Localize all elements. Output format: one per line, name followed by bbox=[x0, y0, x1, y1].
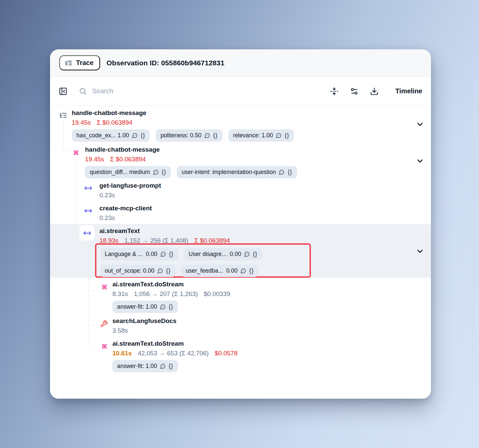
selected-icon-plate bbox=[79, 225, 95, 241]
observation-tree: handle-chatbot-message 19.45s Σ $0.06389… bbox=[50, 106, 431, 399]
span-title[interactable]: ai.streamText.doStream bbox=[112, 339, 237, 348]
span-arrows-icon bbox=[83, 229, 91, 237]
fold-vertical-icon bbox=[330, 87, 339, 96]
collapse-row-button[interactable] bbox=[416, 120, 424, 129]
chevron-down-icon bbox=[416, 247, 424, 256]
score-badge[interactable]: politeness: 0.50 {} bbox=[156, 129, 222, 142]
span-duration: 10.61s bbox=[112, 349, 132, 358]
trace-card: Trace Observation ID: 055860b946712831 T… bbox=[50, 49, 431, 399]
score-badge[interactable]: has_code_ex... 1.00 {} bbox=[72, 129, 150, 142]
tree-row-handle-chatbot-message[interactable]: handle-chatbot-message 19.45s Σ $0.06389… bbox=[59, 109, 294, 142]
score-badge-label: question_diff... medium bbox=[90, 169, 150, 176]
search-box bbox=[79, 87, 330, 95]
span-cost: $0.0578 bbox=[215, 349, 238, 358]
span-arrows-icon bbox=[84, 184, 92, 192]
collapse-panel-button[interactable] bbox=[59, 87, 67, 96]
metadata-braces: {} bbox=[253, 251, 258, 258]
span-metrics: 19.45s Σ $0.063894 bbox=[85, 155, 297, 164]
score-badge[interactable]: answer-fit: 1.00 {} bbox=[112, 301, 178, 313]
sliders-icon bbox=[350, 87, 359, 96]
card-header: Trace Observation ID: 055860b946712831 bbox=[50, 49, 431, 77]
download-button[interactable] bbox=[370, 87, 379, 96]
view-settings-button[interactable] bbox=[350, 87, 359, 96]
span-metrics: 10.61s 42,053 → 653 (Σ 42,706) $0.0578 bbox=[112, 349, 237, 358]
span-cost: Σ $0.063894 bbox=[97, 118, 132, 127]
trace-type-button[interactable]: Trace bbox=[59, 55, 100, 70]
span-duration: 19.45s bbox=[85, 155, 104, 164]
search-icon bbox=[79, 87, 87, 95]
timeline-toggle[interactable]: Timeline bbox=[395, 87, 422, 95]
tree-row-ai-streamtext-dostream-1[interactable]: ai.streamText.doStream 8.31s 1,056 → 207… bbox=[100, 280, 230, 313]
comment-bubble-icon bbox=[160, 304, 166, 310]
span-title[interactable]: get-langfuse-prompt bbox=[99, 181, 161, 190]
span-title[interactable]: handle-chatbot-message bbox=[85, 145, 297, 154]
collapse-all-button[interactable] bbox=[330, 87, 339, 96]
span-duration: 8.31s bbox=[112, 289, 128, 299]
span-title[interactable]: ai.streamText.doStream bbox=[112, 280, 230, 289]
trace-type-label: Trace bbox=[76, 59, 93, 67]
comment-bubble-icon bbox=[160, 251, 166, 257]
span-tokens: 1,056 → 207 (Σ 1,263) bbox=[134, 289, 197, 299]
span-duration: 19.45s bbox=[72, 118, 91, 127]
score-badge-label: user_feedba... 0.00 bbox=[186, 267, 238, 274]
metadata-braces: {} bbox=[169, 363, 173, 370]
observation-id-title: Observation ID: 055860b946712831 bbox=[106, 59, 224, 67]
score-badge[interactable]: User disagre... 0.00 {} bbox=[184, 248, 262, 260]
span-title[interactable]: searchLangfuseDocs bbox=[112, 317, 176, 325]
search-input[interactable] bbox=[92, 87, 266, 95]
toolbar-right: Timeline bbox=[330, 87, 422, 96]
span-arrows-icon bbox=[84, 207, 92, 215]
span-metrics: 0.23s bbox=[99, 213, 152, 223]
comment-bubble-icon bbox=[279, 169, 285, 175]
score-badge-label: Language & ... 0.00 bbox=[105, 251, 157, 258]
tree-toolbar: Timeline bbox=[50, 77, 431, 106]
metadata-braces: {} bbox=[249, 267, 254, 274]
metadata-braces: {} bbox=[288, 169, 292, 176]
score-badge[interactable]: user_feedba... 0.00 {} bbox=[181, 265, 259, 277]
chevron-down-icon bbox=[416, 120, 424, 129]
generation-clover-icon bbox=[100, 283, 109, 291]
score-badge[interactable]: out_of_scope: 0.00 {} bbox=[100, 265, 175, 277]
generation-clover-icon bbox=[100, 342, 109, 351]
score-badges: Language & ... 0.00 {} User disagre... 0… bbox=[100, 248, 306, 260]
score-badge-label: relevance: 1.00 bbox=[233, 132, 273, 139]
score-badges: answer-fit: 1.00 {} bbox=[112, 301, 230, 313]
span-duration: 0.23s bbox=[99, 191, 115, 200]
comment-bubble-icon bbox=[241, 268, 246, 274]
comment-bubble-icon bbox=[204, 133, 210, 138]
score-badge[interactable]: Language & ... 0.00 {} bbox=[100, 248, 178, 260]
trace-icon bbox=[59, 111, 67, 119]
collapse-row-button[interactable] bbox=[416, 247, 424, 256]
score-badge-label: answer-fit: 1.00 bbox=[117, 363, 157, 370]
metadata-braces: {} bbox=[141, 132, 145, 139]
comment-bubble-icon bbox=[153, 169, 159, 175]
span-title[interactable]: handle-chatbot-message bbox=[72, 109, 294, 117]
tree-row-searchlangfusedocs[interactable]: searchLangfuseDocs 3.58s bbox=[100, 317, 176, 335]
score-badge-label: answer-fit: 1.00 bbox=[117, 303, 157, 310]
tree-row-create-mcp-client[interactable]: create-mcp-client 0.23s bbox=[84, 204, 152, 223]
metadata-braces: {} bbox=[162, 169, 166, 176]
span-title[interactable]: ai.streamText bbox=[99, 227, 230, 235]
score-badge[interactable]: question_diff... medium {} bbox=[85, 166, 171, 178]
span-title[interactable]: create-mcp-client bbox=[99, 204, 152, 213]
metadata-braces: {} bbox=[169, 303, 173, 310]
span-cost: $0.00339 bbox=[204, 289, 230, 299]
score-badge[interactable]: user-intent: implementation-question {} bbox=[177, 166, 297, 178]
score-badges: question_diff... medium {} user-intent: … bbox=[85, 166, 297, 178]
score-badge[interactable]: relevance: 1.00 {} bbox=[228, 129, 294, 142]
score-badge[interactable]: answer-fit: 1.00 {} bbox=[112, 360, 178, 372]
tree-row-get-langfuse-prompt[interactable]: get-langfuse-prompt 0.23s bbox=[84, 181, 161, 200]
metadata-braces: {} bbox=[166, 267, 171, 274]
panel-left-close-icon bbox=[59, 87, 67, 96]
tree-row-ai-streamtext[interactable]: ai.streamText 18.93s 1,152 → 256 (Σ 1,40… bbox=[79, 227, 230, 245]
score-badge-label: has_code_ex... 1.00 bbox=[76, 132, 129, 139]
tree-row-handle-chatbot-message-span[interactable]: handle-chatbot-message 19.45s Σ $0.06389… bbox=[72, 145, 297, 178]
score-badges: has_code_ex... 1.00 {} politeness: 0.50 … bbox=[72, 129, 294, 142]
download-icon bbox=[370, 87, 379, 96]
tree-row-ai-streamtext-dostream-2[interactable]: ai.streamText.doStream 10.61s 42,053 → 6… bbox=[100, 339, 237, 372]
desktop-background: { "header": { "trace_label": "Trace", "o… bbox=[0, 0, 479, 448]
collapse-row-button[interactable] bbox=[416, 157, 424, 165]
score-badge-label: politeness: 0.50 bbox=[160, 132, 201, 139]
span-duration: 0.23s bbox=[99, 213, 115, 223]
span-tokens: 42,053 → 653 (Σ 42,706) bbox=[138, 349, 208, 358]
